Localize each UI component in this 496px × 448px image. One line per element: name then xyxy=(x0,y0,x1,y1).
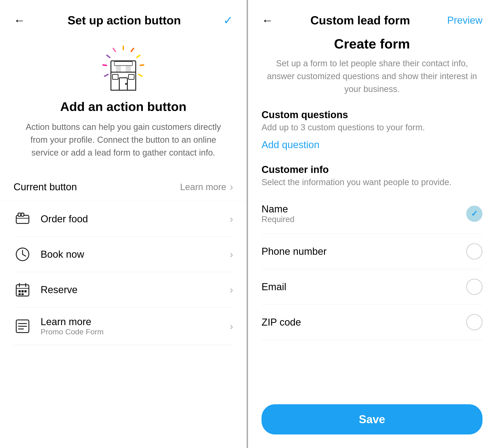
custom-questions-desc: Add up to 3 custom questions to your for… xyxy=(262,123,482,132)
book-now-chevron-icon: › xyxy=(230,249,233,260)
add-action-desc: Action buttons can help you gain custome… xyxy=(18,121,229,159)
store-illustration xyxy=(0,45,247,95)
right-back-button[interactable]: ← xyxy=(262,14,273,27)
field-phone-labels: Phone number xyxy=(262,246,466,257)
field-name-radio[interactable] xyxy=(466,206,482,222)
menu-item-order-food[interactable]: Order food › xyxy=(14,201,233,237)
svg-rect-35 xyxy=(24,290,27,293)
reserve-label-container: Reserve xyxy=(41,284,230,295)
add-question-button[interactable]: Add question xyxy=(262,139,482,150)
book-now-label: Book now xyxy=(41,249,230,260)
book-now-icon xyxy=(14,245,31,263)
reserve-icon xyxy=(14,281,31,299)
svg-line-1 xyxy=(131,48,133,51)
learn-more-chevron-icon: › xyxy=(230,321,233,332)
menu-item-reserve[interactable]: Reserve › xyxy=(14,272,233,308)
svg-rect-33 xyxy=(18,290,21,293)
current-button-label: Current button xyxy=(14,181,180,193)
svg-line-6 xyxy=(103,65,107,65)
reserve-chevron-icon: › xyxy=(230,284,233,295)
preview-button[interactable]: Preview xyxy=(447,15,483,26)
learn-more-icon xyxy=(14,317,31,335)
svg-line-4 xyxy=(107,55,110,58)
field-name-label: Name xyxy=(262,203,466,215)
customer-info-title: Customer info xyxy=(262,164,482,175)
current-button-row[interactable]: Current button Learn more › xyxy=(0,173,247,201)
right-page-title: Custom lead form xyxy=(310,14,410,27)
field-email-label: Email xyxy=(262,281,466,293)
field-name-sublabel: Required xyxy=(262,215,466,224)
create-form-title: Create form xyxy=(262,36,482,52)
field-zip-label: ZIP code xyxy=(262,317,466,328)
right-header: ← Custom lead form Preview xyxy=(248,9,496,31)
svg-rect-21 xyxy=(114,62,132,66)
order-food-label-container: Order food xyxy=(41,213,230,225)
field-zip-radio[interactable] xyxy=(466,314,482,330)
field-email-row[interactable]: Email xyxy=(262,269,482,305)
menu-item-learn-more[interactable]: Learn more Promo Code Form › xyxy=(14,308,233,345)
svg-line-2 xyxy=(137,55,140,58)
left-main-content: Add an action button Action buttons can … xyxy=(0,99,247,173)
field-zip-labels: ZIP code xyxy=(262,317,466,328)
create-form-desc: Set up a form to let people share their … xyxy=(262,57,482,96)
field-zip-row[interactable]: ZIP code xyxy=(262,305,482,340)
svg-line-7 xyxy=(139,74,142,76)
svg-line-5 xyxy=(140,65,144,65)
book-now-label-container: Book now xyxy=(41,249,230,260)
svg-rect-34 xyxy=(21,290,24,293)
save-button[interactable]: Save xyxy=(262,404,482,434)
left-header: ← Set up action button ✓ xyxy=(0,9,247,31)
learn-more-label-container: Learn more Promo Code Form xyxy=(41,316,230,336)
field-email-radio[interactable] xyxy=(466,279,482,295)
confirm-check-icon[interactable]: ✓ xyxy=(223,14,233,27)
field-phone-row[interactable]: Phone number xyxy=(262,234,482,269)
svg-rect-19 xyxy=(112,74,118,79)
field-email-labels: Email xyxy=(262,281,466,293)
field-phone-radio[interactable] xyxy=(466,243,482,260)
learn-more-label: Learn more xyxy=(41,316,230,327)
add-action-title: Add an action button xyxy=(60,99,186,114)
store-svg-icon xyxy=(98,45,148,95)
left-page-title: Set up action button xyxy=(68,14,181,27)
right-main-content: Create form Set up a form to let people … xyxy=(248,36,496,395)
field-name-labels: Name Required xyxy=(262,203,466,224)
svg-rect-23 xyxy=(18,213,21,216)
svg-point-18 xyxy=(125,83,127,85)
svg-rect-20 xyxy=(128,74,134,79)
svg-rect-24 xyxy=(21,213,24,216)
field-name-row[interactable]: Name Required xyxy=(262,194,482,234)
menu-item-book-now[interactable]: Book now › xyxy=(14,237,233,272)
field-phone-label: Phone number xyxy=(262,246,466,257)
left-panel: ← Set up action button ✓ xyxy=(0,0,248,448)
save-btn-container: Save xyxy=(248,395,496,448)
order-food-chevron-icon: › xyxy=(230,213,233,225)
customer-info-desc: Select the information you want people t… xyxy=(262,177,482,187)
right-panel: ← Custom lead form Preview Create form S… xyxy=(248,0,496,448)
action-button-menu-list: Order food › Book now › xyxy=(0,201,247,345)
learn-more-text: Learn more xyxy=(180,182,226,192)
left-back-button[interactable]: ← xyxy=(14,14,25,27)
svg-line-3 xyxy=(113,48,115,51)
svg-rect-37 xyxy=(21,293,24,295)
order-food-icon xyxy=(14,210,31,228)
learn-more-sublabel: Promo Code Form xyxy=(41,327,230,336)
order-food-label: Order food xyxy=(41,213,230,225)
custom-questions-title: Custom questions xyxy=(262,109,482,120)
customer-info-section: Customer info Select the information you… xyxy=(262,164,482,340)
current-button-chevron-icon: › xyxy=(230,181,233,193)
reserve-label: Reserve xyxy=(41,284,230,295)
svg-line-8 xyxy=(105,74,108,76)
svg-rect-36 xyxy=(18,293,21,295)
